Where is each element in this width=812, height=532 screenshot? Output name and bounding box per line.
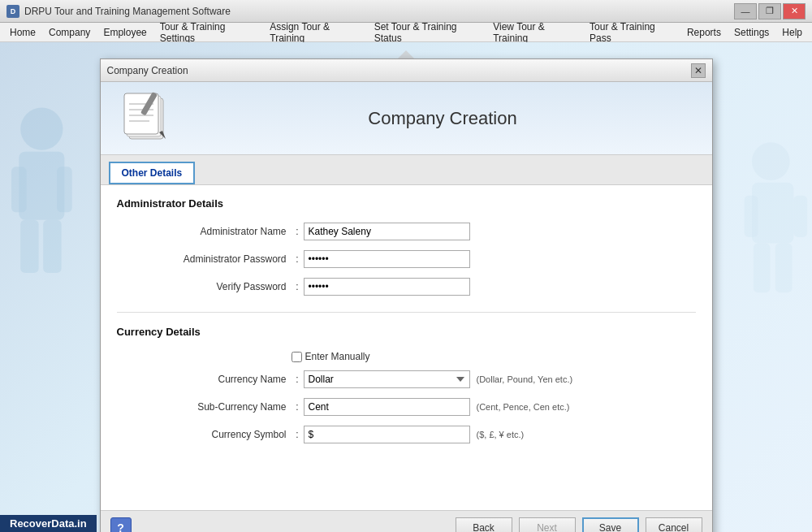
save-button[interactable]: Save [582,517,639,532]
menu-employee[interactable]: Employee [97,23,153,41]
header-icon [117,92,174,145]
dialog-window: Company Creation ✕ [100,58,713,532]
menu-tour-training-settings[interactable]: Tour & Training Settings [153,23,264,41]
menu-assign-tour-training[interactable]: Assign Tour & Training [263,23,367,41]
tab-other-details[interactable]: Other Details [109,162,196,184]
admin-name-input[interactable] [304,223,470,240]
menu-bar: Home Company Employee Tour & Training Se… [0,23,812,42]
sub-currency-name-label: Sub-Currency Name [149,401,292,413]
currency-name-hint: (Dollar, Pound, Yen etc.) [477,374,573,384]
menu-home[interactable]: Home [3,23,42,41]
svg-rect-8 [745,196,758,237]
dialog-title-bar: Company Creation ✕ [101,59,712,82]
menu-set-tour-training-status[interactable]: Set Tour & Training Status [368,23,487,41]
currency-section: Currency Details Enter Manually Currency… [117,326,696,443]
verify-password-label: Verify Password [149,281,292,292]
restore-button[interactable]: ❐ [758,3,781,19]
menu-view-tour-training[interactable]: View Tour & Training [486,23,583,41]
minimize-button[interactable]: — [734,3,757,19]
currency-name-row: Currency Name : Dollar Pound Yen Euro (D… [117,370,696,388]
brand-bar: RecoverData.in [0,515,97,532]
dialog-close-button[interactable]: ✕ [691,63,706,78]
bg-figure-right [715,123,812,351]
admin-section-title: Administrator Details [117,197,696,213]
dialog-body: Administrator Details Administrator Name… [101,185,712,510]
sub-currency-name-input[interactable] [304,398,470,416]
enter-manually-label[interactable]: Enter Manually [292,351,370,362]
svg-point-0 [20,108,63,150]
svg-rect-4 [20,220,38,273]
bg-figure-left [0,91,114,318]
enter-manually-checkbox[interactable] [292,352,302,362]
verify-password-row: Verify Password : [117,278,696,296]
next-button[interactable]: Next [519,517,576,532]
currency-name-select[interactable]: Dollar Pound Yen Euro [304,370,470,388]
help-button[interactable]: ? [110,517,132,532]
currency-symbol-label: Currency Symbol [149,429,292,440]
back-button[interactable]: Back [456,517,512,532]
svg-rect-9 [793,196,807,237]
currency-section-title: Currency Details [117,326,696,341]
enter-manually-row: Enter Manually [117,351,696,362]
section-divider [117,312,696,313]
cancel-button[interactable]: Cancel [646,517,702,532]
title-bar-left: D DRPU Tour and Training Management Soft… [6,5,231,18]
close-button[interactable]: ✕ [783,3,806,19]
verify-password-input[interactable] [304,278,470,296]
currency-symbol-hint: ($, £, ¥ etc.) [477,430,525,439]
sub-currency-name-row: Sub-Currency Name : (Cent, Pence, Cen et… [117,398,696,416]
admin-password-row: Administrator Password : [117,250,696,268]
title-bar: D DRPU Tour and Training Management Soft… [0,0,812,23]
currency-name-label: Currency Name [149,374,292,385]
svg-rect-2 [11,167,27,212]
admin-name-row: Administrator Name : [117,223,696,240]
svg-rect-5 [43,220,61,273]
menu-reports[interactable]: Reports [680,23,728,41]
svg-rect-10 [754,243,771,292]
admin-section: Administrator Details Administrator Name… [117,197,696,296]
admin-password-input[interactable] [304,250,470,268]
app-icon: D [6,5,19,18]
menu-help[interactable]: Help [775,23,809,41]
dialog-header-title: Company Creation [190,108,696,129]
dialog-header: Company Creation [101,82,712,155]
window-controls[interactable]: — ❐ ✕ [734,3,806,19]
menu-settings[interactable]: Settings [728,23,775,41]
svg-rect-7 [752,183,793,244]
svg-rect-11 [775,243,793,292]
main-area: Company Creation ✕ [0,42,812,532]
menu-tour-training-pass[interactable]: Tour & Training Pass [583,23,680,41]
dialog-title: Company Creation [107,65,188,76]
admin-password-label: Administrator Password [149,253,292,265]
tab-area: Other Details [101,155,712,185]
menu-company[interactable]: Company [42,23,97,41]
currency-symbol-input[interactable] [304,426,470,443]
currency-symbol-row: Currency Symbol : ($, £, ¥ etc.) [117,426,696,443]
svg-point-6 [752,142,790,180]
dialog-footer: ? Back Next Save Cancel [101,510,712,532]
admin-name-label: Administrator Name [149,226,292,237]
svg-rect-3 [57,167,72,212]
app-title: DRPU Tour and Training Management Softwa… [24,6,231,17]
sub-currency-name-hint: (Cent, Pence, Cen etc.) [477,402,570,412]
